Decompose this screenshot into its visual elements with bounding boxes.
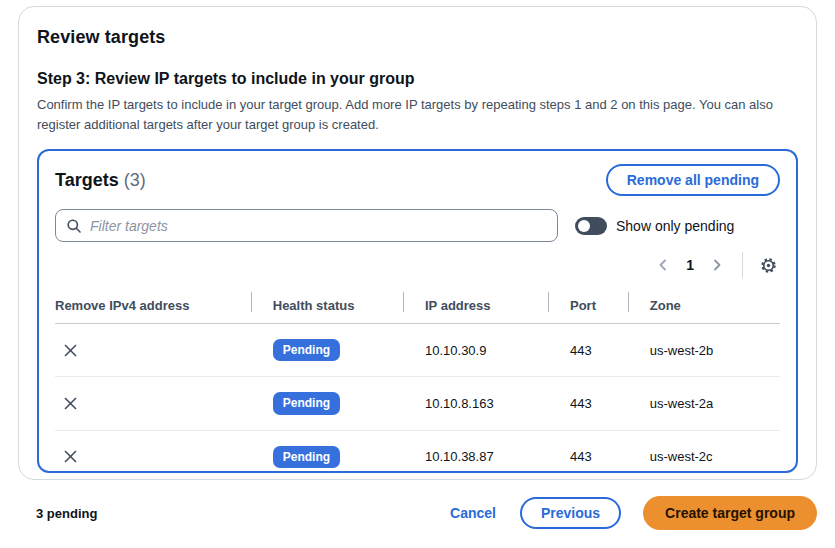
column-header-remove: Remove IPv4 address: [55, 290, 251, 324]
toggle-label: Show only pending: [616, 218, 734, 234]
current-page-number[interactable]: 1: [680, 257, 700, 273]
pagination-divider: [742, 252, 743, 278]
targets-table: Remove IPv4 address Health status IP add…: [55, 290, 780, 483]
previous-page-button[interactable]: [650, 256, 676, 274]
x-icon: [63, 396, 78, 411]
column-header-health-status: Health status: [251, 290, 403, 324]
toggle-switch-icon[interactable]: [575, 217, 607, 235]
x-icon: [63, 449, 78, 464]
previous-button[interactable]: Previous: [520, 497, 621, 529]
filter-input-container[interactable]: [55, 209, 558, 242]
status-badge: Pending: [273, 446, 340, 468]
ip-address-cell: 10.10.8.163: [403, 377, 548, 430]
pagination: 1: [55, 252, 780, 278]
status-badge: Pending: [273, 339, 340, 361]
search-icon: [66, 218, 82, 234]
step-description: Confirm the IP targets to include in you…: [37, 95, 797, 134]
table-row: Pending 10.10.30.9 443 us-west-2b: [55, 324, 780, 377]
page-title: Review targets: [37, 27, 798, 48]
wizard-footer: 3 pending Cancel Previous Create target …: [18, 496, 817, 530]
filter-targets-input[interactable]: [90, 218, 547, 234]
zone-cell: us-west-2c: [628, 430, 780, 483]
table-settings-button[interactable]: [757, 254, 780, 277]
zone-cell: us-west-2b: [628, 324, 780, 377]
table-header-row: Remove IPv4 address Health status IP add…: [55, 290, 780, 324]
targets-panel-title: Targets (3): [55, 170, 146, 191]
column-header-port: Port: [548, 290, 628, 324]
port-cell: 443: [548, 377, 628, 430]
targets-panel: Targets (3) Remove all pending Show only…: [37, 149, 798, 473]
remove-target-button[interactable]: [61, 341, 80, 360]
x-icon: [63, 343, 78, 358]
column-header-ip-address: IP address: [403, 290, 548, 324]
table-row: Pending 10.10.8.163 443 us-west-2a: [55, 377, 780, 430]
ip-address-cell: 10.10.38.87: [403, 430, 548, 483]
remove-all-pending-button[interactable]: Remove all pending: [606, 164, 780, 196]
targets-title-text: Targets: [55, 170, 119, 190]
targets-count: (3): [124, 170, 146, 190]
zone-cell: us-west-2a: [628, 377, 780, 430]
pending-summary: 3 pending: [18, 506, 97, 521]
remove-target-button[interactable]: [61, 394, 80, 413]
gear-icon: [759, 256, 778, 275]
remove-target-button[interactable]: [61, 447, 80, 466]
create-target-group-button[interactable]: Create target group: [643, 496, 817, 530]
next-page-button[interactable]: [704, 256, 730, 274]
status-badge: Pending: [273, 392, 340, 414]
show-only-pending-toggle[interactable]: Show only pending: [575, 217, 734, 235]
step-heading: Step 3: Review IP targets to include in …: [37, 70, 798, 88]
table-row: Pending 10.10.38.87 443 us-west-2c: [55, 430, 780, 483]
column-header-zone: Zone: [628, 290, 780, 324]
port-cell: 443: [548, 430, 628, 483]
ip-address-cell: 10.10.30.9: [403, 324, 548, 377]
port-cell: 443: [548, 324, 628, 377]
review-targets-card: Review targets Step 3: Review IP targets…: [18, 6, 817, 480]
cancel-button[interactable]: Cancel: [448, 501, 498, 525]
